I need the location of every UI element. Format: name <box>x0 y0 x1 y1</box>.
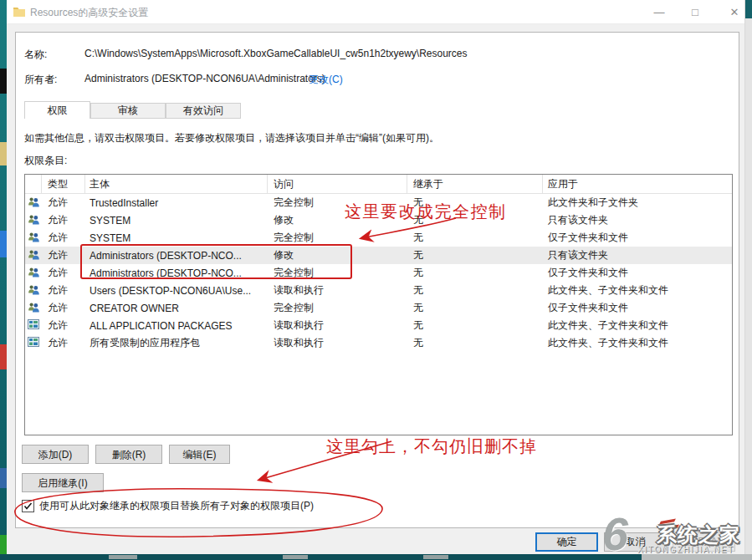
replace-permissions-label[interactable]: 使用可从此对象继承的权限项目替换所有子对象的权限项目(P) <box>39 499 314 513</box>
permission-entry-row[interactable]: 允许SYSTEM完全控制无仅子文件夹和文件 <box>25 229 732 247</box>
cell-type: 允许 <box>42 266 85 280</box>
cell-type: 允许 <box>42 213 85 227</box>
header-access[interactable]: 访问 <box>268 175 407 193</box>
cell-inherited: 无 <box>407 196 543 210</box>
permission-entry-row[interactable]: 允许Administrators (DESKTOP-NCO...修改无只有该文件… <box>25 247 732 264</box>
cell-access: 完全控制 <box>268 301 407 315</box>
cell-access: 完全控制 <box>268 266 407 280</box>
cell-principal: 所有受限制的应用程序包 <box>85 336 268 350</box>
cell-type: 允许 <box>42 231 85 245</box>
tab-auditing[interactable]: 审核 <box>90 103 166 119</box>
ok-button[interactable]: 确定 <box>535 532 598 552</box>
cell-principal: CREATOR OWNER <box>85 303 268 314</box>
cell-inherited: 无 <box>407 283 543 298</box>
close-button[interactable]: ✕ <box>722 5 747 20</box>
cell-access: 修改 <box>268 248 407 262</box>
change-owner-link[interactable]: 更改(C) <box>309 73 343 87</box>
enable-inheritance-button[interactable]: 启用继承(I) <box>22 473 104 492</box>
header-principal[interactable]: 主体 <box>85 175 268 193</box>
security-panel: 名称: C:\Windows\SystemApps\Microsoft.Xbox… <box>15 32 739 528</box>
taskbar-item[interactable] <box>283 555 308 559</box>
minimize-button[interactable]: — <box>647 5 672 20</box>
cell-principal: Administrators (DESKTOP-NCO... <box>85 267 268 279</box>
cell-access: 完全控制 <box>268 231 407 245</box>
cell-principal: SYSTEM <box>85 215 268 227</box>
replace-permissions-row: 使用可从此对象继承的权限项目替换所有子对象的权限项目(P) <box>22 499 314 513</box>
desktop-icon-fragment <box>0 69 7 94</box>
users-icon <box>25 214 42 227</box>
cancel-button[interactable]: 取消 <box>604 532 667 552</box>
cell-type: 允许 <box>42 301 85 315</box>
cell-principal: TrustedInstaller <box>85 197 268 209</box>
remove-button[interactable]: 删除(R) <box>95 445 162 464</box>
taskbar-item[interactable] <box>423 555 448 559</box>
cell-access: 读取和执行 <box>268 283 407 298</box>
cell-principal: ALL APPLICATION PACKAGES <box>85 320 268 332</box>
cell-access: 完全控制 <box>268 196 407 210</box>
cell-type: 允许 <box>42 318 85 333</box>
cell-inherited: 无 <box>407 301 543 315</box>
cell-access: 读取和执行 <box>268 336 407 350</box>
owner-label: 所有者: <box>24 73 57 87</box>
cell-applies: 仅子文件夹和文件 <box>543 231 732 245</box>
instruction-text: 如需其他信息，请双击权限项目。若要修改权限项目，请选择该项目并单击“编辑”(如果… <box>24 131 439 145</box>
cell-inherited: 无 <box>407 213 543 227</box>
header-icon-column[interactable] <box>25 175 42 193</box>
cell-applies: 此文件夹和子文件夹 <box>543 196 732 210</box>
add-button[interactable]: 添加(D) <box>22 445 89 464</box>
apply-button[interactable]: 应用(A) <box>673 532 735 552</box>
permission-entry-row[interactable]: 允许ALL APPLICATION PACKAGES读取和执行无此文件夹、子文件… <box>25 317 732 334</box>
edit-button[interactable]: 编辑(E) <box>169 445 230 464</box>
cell-applies: 此文件夹、子文件夹和文件 <box>543 283 732 298</box>
cell-inherited: 无 <box>407 318 543 333</box>
cell-applies: 此文件夹、子文件夹和文件 <box>543 318 732 333</box>
owner-value: Administrators (DESKTOP-NCON6UA\Administ… <box>84 73 325 84</box>
cell-principal: SYSTEM <box>85 232 268 244</box>
taskbar-tray[interactable] <box>642 554 752 560</box>
desktop-icon-fragment <box>0 231 7 257</box>
permission-entry-row[interactable]: 允许CREATOR OWNER完全控制无仅子文件夹和文件 <box>25 299 732 317</box>
users-icon <box>25 249 42 262</box>
cell-inherited: 无 <box>407 248 543 262</box>
cell-inherited: 无 <box>407 266 543 280</box>
list-header: 类型 主体 访问 继承于 应用于 <box>25 175 732 194</box>
cell-type: 允许 <box>42 283 85 298</box>
desktop-icon-fragment <box>0 535 7 554</box>
permission-entry-row[interactable]: 允许所有受限制的应用程序包读取和执行无此文件夹、子文件夹和文件 <box>25 334 732 352</box>
cell-type: 允许 <box>42 336 85 350</box>
object-path: C:\Windows\SystemApps\Microsoft.XboxGame… <box>84 48 468 59</box>
users-icon <box>25 196 42 210</box>
cell-applies: 只有该文件夹 <box>543 248 732 262</box>
app-package-icon <box>25 319 42 332</box>
users-icon <box>25 302 42 315</box>
cell-type: 允许 <box>42 248 85 262</box>
check-icon <box>23 501 33 512</box>
window-title: Resources的高级安全设置 <box>30 6 148 20</box>
desktop-icon-fragment <box>0 142 7 165</box>
cell-applies: 此文件夹、子文件夹和文件 <box>543 336 732 350</box>
permission-entries-label: 权限条目: <box>24 154 67 168</box>
advanced-security-dialog: Resources的高级安全设置 — □ ✕ 名称: C:\Windows\Sy… <box>7 0 745 554</box>
desktop-edge <box>0 0 7 554</box>
permission-entry-row[interactable]: 允许Users (DESKTOP-NCON6UA\Use...读取和执行无此文件… <box>25 282 732 299</box>
permission-entry-row[interactable]: 允许SYSTEM修改无只有该文件夹 <box>25 211 732 229</box>
taskbar-item[interactable] <box>109 555 137 559</box>
right-window-edge <box>744 0 752 554</box>
replace-permissions-checkbox[interactable] <box>22 500 34 512</box>
header-inherited[interactable]: 继承于 <box>407 175 543 193</box>
maximize-button[interactable]: □ <box>683 5 708 20</box>
permission-entry-row[interactable]: 允许TrustedInstaller完全控制无此文件夹和子文件夹 <box>25 194 732 211</box>
tab-permissions[interactable]: 权限 <box>24 101 90 119</box>
permission-entries-list: 类型 主体 访问 继承于 应用于 允许TrustedInstaller完全控制无… <box>24 174 733 435</box>
taskbar[interactable] <box>0 554 752 560</box>
cell-applies: 只有该文件夹 <box>543 213 732 227</box>
users-icon <box>25 232 42 245</box>
cell-applies: 仅子文件夹和文件 <box>543 266 732 280</box>
header-type[interactable]: 类型 <box>42 175 85 193</box>
cell-access: 读取和执行 <box>268 318 407 333</box>
desktop-icon-fragment <box>0 344 7 369</box>
cell-principal: Administrators (DESKTOP-NCO... <box>85 250 268 262</box>
header-applies[interactable]: 应用于 <box>543 175 732 193</box>
tab-effective-access[interactable]: 有效访问 <box>166 103 241 119</box>
permission-entry-row[interactable]: 允许Administrators (DESKTOP-NCO...完全控制无仅子文… <box>25 264 732 282</box>
